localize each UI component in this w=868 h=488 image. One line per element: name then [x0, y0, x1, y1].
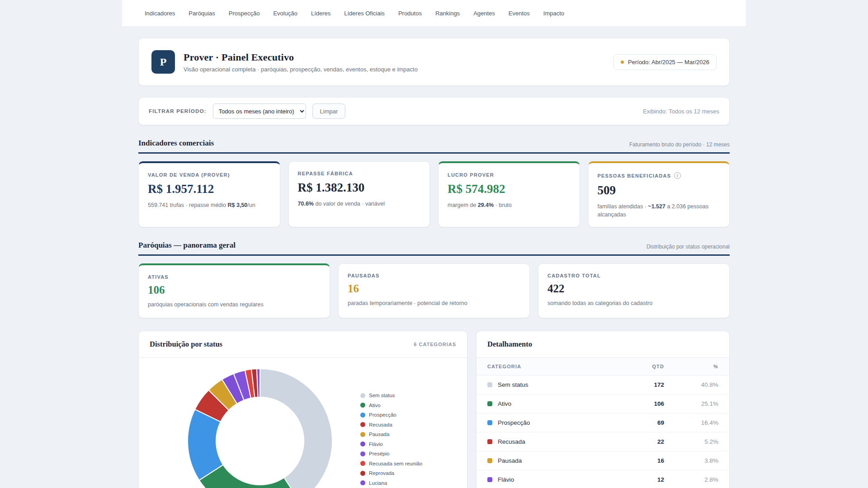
kpi-card-valor-de-venda-prover: VALOR DE VENDA (PROVER)R$ 1.957.112559.7…: [138, 161, 280, 227]
legend-item-sem-status[interactable]: Sem status: [360, 390, 422, 400]
table-row-label: Pausada: [487, 457, 614, 464]
kpi-label-text: PESSOAS BENEFICIADAS: [598, 173, 671, 178]
table-row-pct: 25.1%: [664, 400, 718, 407]
kpi-label-text: VALOR DE VENDA (PROVER): [148, 172, 230, 178]
page-subtitle: Visão operacional completa · paróquias, …: [184, 66, 613, 73]
legend-item-flavio[interactable]: Flávio: [360, 439, 422, 449]
category-swatch-icon: [487, 420, 492, 425]
nav-item-rankings[interactable]: Rankings: [435, 10, 460, 17]
legend-dot-icon: [360, 441, 365, 446]
legend-label: Recusada: [369, 422, 392, 427]
table-row-qtd: 69: [614, 419, 664, 426]
table-row-qtd: 22: [614, 438, 664, 445]
kpi-card-pessoas-beneficiadas: PESSOAS BENEFICIADASi509famílias atendid…: [588, 161, 730, 227]
chart-card-title: Distribuição por status: [150, 340, 222, 349]
nav-item-evolucao[interactable]: Evolução: [273, 10, 297, 17]
nav-item-paroquias[interactable]: Paróquias: [189, 10, 215, 17]
nav-item-impacto[interactable]: Impacto: [543, 10, 564, 17]
status-value: 106: [148, 284, 321, 296]
filter-label: Filtrar período:: [149, 108, 207, 114]
category-swatch-icon: [487, 439, 492, 444]
nav-item-produtos[interactable]: Produtos: [398, 10, 422, 17]
table-row-flavio: Flávio122.8%: [476, 470, 729, 488]
table-row-label: Sem status: [487, 381, 614, 388]
legend-item-luciana[interactable]: Luciana: [360, 478, 422, 488]
nav-item-lideres[interactable]: Líderes: [311, 10, 330, 17]
status-card-pausadas: PAUSADAS16paradas temporariamente · pote…: [338, 263, 530, 318]
legend-dot-icon: [360, 432, 365, 437]
filter-showing-label: Exibindo: Todos os 12 meses: [643, 108, 719, 115]
table-row-ativo: Ativo10625.1%: [476, 394, 729, 413]
legend-item-pausada[interactable]: Pausada: [360, 429, 422, 439]
kpi-card-repasse-fabrica: REPASSE FÁBRICAR$ 1.382.13070.6% do valo…: [288, 161, 430, 227]
status-value: 422: [547, 282, 720, 295]
kpi-label-text: LUCRO PROVER: [448, 172, 494, 178]
kpi-value: R$ 1.957.112: [148, 182, 271, 196]
detail-table-body: Sem status17240.8%Ativo10625.1%Prospecçã…: [476, 375, 729, 488]
legend-dot-icon: [360, 480, 365, 485]
period-badge-label: Período: Abr/2025 — Mar/2026: [628, 59, 709, 66]
period-select[interactable]: Todos os meses (ano inteiro): [213, 103, 306, 119]
nav-item-prospeccao[interactable]: Prospecção: [229, 10, 260, 17]
nav-item-indicadores[interactable]: Indicadores: [145, 10, 175, 17]
category-swatch-icon: [487, 477, 492, 482]
table-row-label: Flávio: [487, 476, 614, 483]
nav-item-lideres-oficiais[interactable]: Líderes Oficiais: [344, 10, 385, 17]
filter-bar: Filtrar período: Todos os meses (ano int…: [138, 97, 730, 125]
detail-card-title: Detalhamento: [487, 340, 532, 349]
kpi-value: R$ 1.382.130: [298, 181, 421, 195]
legend-dot-icon: [360, 461, 365, 466]
info-icon[interactable]: i: [674, 172, 681, 179]
legend-dot-icon: [360, 413, 365, 418]
kpi-subtitle: 70.6% do valor de venda · variável: [298, 200, 421, 208]
legend-dot-icon: [360, 393, 365, 398]
legend-label: Sem status: [369, 393, 395, 398]
kpi-card-lucro-prover: LUCRO PROVERR$ 574.982margem de 29.4% · …: [438, 161, 580, 227]
section-parishes-header: Paróquias — panorama geral Distribuição …: [138, 241, 730, 256]
section-parishes-right: Distribuição por status operacional: [646, 244, 730, 250]
table-row-qtd: 16: [614, 457, 664, 464]
legend-item-recusada-sem-reuniao[interactable]: Recusada sem reunião: [360, 459, 422, 469]
page-title: Prover · Painel Executivo: [184, 52, 613, 63]
section-parishes-title: Paróquias — panorama geral: [138, 241, 236, 250]
legend-dot-icon: [360, 422, 365, 427]
table-row-recusada: Recusada225.2%: [476, 432, 729, 451]
legend-item-reprovada[interactable]: Reprovada: [360, 468, 422, 478]
legend-item-ativo[interactable]: Ativo: [360, 400, 422, 410]
legend-label: Pausada: [369, 432, 389, 437]
nav-item-eventos[interactable]: Eventos: [509, 10, 530, 17]
status-label: ATIVAS: [148, 274, 321, 280]
header-pct: %: [664, 364, 718, 369]
kpi-value: 509: [598, 183, 721, 197]
kpi-label: VALOR DE VENDA (PROVER): [148, 172, 271, 178]
legend-item-presepio[interactable]: Presépio: [360, 449, 422, 459]
legend-item-prospeccao[interactable]: Prospecção: [360, 410, 422, 420]
legend-label: Reprovada: [369, 470, 394, 476]
category-swatch-icon: [487, 382, 492, 387]
status-subtitle: somando todas as categorias do cadastro: [547, 300, 720, 306]
table-row-qtd: 172: [614, 381, 664, 388]
kpi-subtitle: 559.741 trufas · repasse médio R$ 3,50/u…: [148, 201, 271, 209]
legend-label: Ativo: [369, 403, 381, 408]
kpi-value: R$ 574.982: [448, 182, 571, 196]
detail-table-header: CATEGORIA QTD %: [476, 358, 729, 375]
legend-item-recusada[interactable]: Recusada: [360, 420, 422, 430]
table-row-pausada: Pausada163.8%: [476, 451, 729, 470]
table-row-prospeccao: Prospecção6916.4%: [476, 413, 729, 432]
legend-label: Presépio: [369, 451, 389, 456]
section-commercial-right: Faturamento bruto do período · 12 meses: [629, 141, 730, 148]
status-card-cadastro-total: CADASTRO TOTAL422somando todas as catego…: [538, 263, 730, 318]
status-subtitle: paradas temporariamente · potencial de r…: [348, 300, 520, 306]
clear-filter-button[interactable]: Limpar: [312, 103, 346, 119]
legend-dot-icon: [360, 403, 365, 408]
app-header-card: P Prover · Painel Executivo Visão operac…: [138, 38, 730, 86]
legend-label: Recusada sem reunião: [369, 461, 422, 466]
kpi-label-text: REPASSE FÁBRICA: [298, 171, 353, 176]
nav-item-agentes[interactable]: Agentes: [473, 10, 495, 17]
legend-dot-icon: [360, 451, 365, 456]
category-swatch-icon: [487, 401, 492, 406]
status-grid: ATIVAS106paróquias operacionais com vend…: [138, 263, 730, 318]
period-badge: Período: Abr/2025 — Mar/2026: [613, 54, 717, 70]
legend-label: Prospecção: [369, 412, 396, 418]
table-row-qtd: 12: [614, 476, 664, 483]
